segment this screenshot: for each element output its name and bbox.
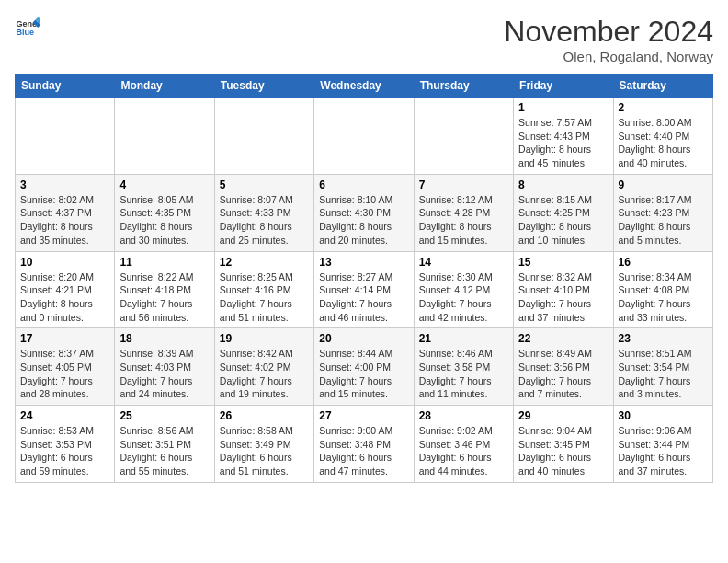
calendar-cell: 9Sunrise: 8:17 AM Sunset: 4:23 PM Daylig… bbox=[613, 174, 712, 251]
calendar-cell bbox=[314, 98, 414, 175]
day-number: 12 bbox=[220, 256, 309, 269]
day-info: Sunrise: 8:32 AM Sunset: 4:10 PM Dayligh… bbox=[518, 270, 608, 325]
calendar-cell: 25Sunrise: 8:56 AM Sunset: 3:51 PM Dayli… bbox=[115, 406, 214, 483]
day-number: 5 bbox=[220, 178, 309, 191]
calendar-cell: 11Sunrise: 8:22 AM Sunset: 4:18 PM Dayli… bbox=[115, 251, 214, 328]
day-info: Sunrise: 9:00 AM Sunset: 3:48 PM Dayligh… bbox=[319, 424, 408, 478]
day-info: Sunrise: 8:42 AM Sunset: 4:02 PM Dayligh… bbox=[220, 347, 309, 401]
day-number: 23 bbox=[619, 332, 708, 345]
calendar-cell: 6Sunrise: 8:10 AM Sunset: 4:30 PM Daylig… bbox=[314, 174, 414, 251]
day-info: Sunrise: 8:05 AM Sunset: 4:35 PM Dayligh… bbox=[119, 193, 209, 247]
logo-icon: General Blue bbox=[15, 15, 40, 40]
day-number: 10 bbox=[20, 256, 109, 269]
day-info: Sunrise: 8:17 AM Sunset: 4:23 PM Dayligh… bbox=[619, 193, 708, 247]
weekday-header-monday: Monday bbox=[115, 75, 214, 98]
title-area: November 2024 Olen, Rogaland, Norway bbox=[504, 15, 713, 64]
day-number: 16 bbox=[619, 256, 708, 269]
calendar-cell: 23Sunrise: 8:51 AM Sunset: 3:54 PM Dayli… bbox=[613, 328, 712, 406]
calendar-cell: 8Sunrise: 8:15 AM Sunset: 4:25 PM Daylig… bbox=[514, 174, 613, 251]
day-number: 29 bbox=[518, 409, 608, 422]
calendar-cell: 28Sunrise: 9:02 AM Sunset: 3:46 PM Dayli… bbox=[414, 406, 513, 483]
month-title: November 2024 bbox=[504, 15, 713, 49]
calendar-cell: 1Sunrise: 7:57 AM Sunset: 4:43 PM Daylig… bbox=[514, 98, 613, 175]
weekday-header-wednesday: Wednesday bbox=[314, 75, 414, 98]
page-header: General Blue November 2024 Olen, Rogalan… bbox=[15, 15, 713, 64]
weekday-header-thursday: Thursday bbox=[414, 75, 513, 98]
day-info: Sunrise: 8:15 AM Sunset: 4:25 PM Dayligh… bbox=[518, 193, 608, 247]
calendar-cell: 21Sunrise: 8:46 AM Sunset: 3:58 PM Dayli… bbox=[414, 328, 513, 406]
calendar-week-row: 24Sunrise: 8:53 AM Sunset: 3:53 PM Dayli… bbox=[16, 406, 713, 483]
calendar-cell: 16Sunrise: 8:34 AM Sunset: 4:08 PM Dayli… bbox=[613, 251, 712, 328]
day-info: Sunrise: 9:04 AM Sunset: 3:45 PM Dayligh… bbox=[518, 424, 608, 478]
day-info: Sunrise: 8:49 AM Sunset: 3:56 PM Dayligh… bbox=[518, 347, 608, 401]
weekday-header-friday: Friday bbox=[514, 75, 613, 98]
calendar-week-row: 17Sunrise: 8:37 AM Sunset: 4:05 PM Dayli… bbox=[16, 328, 713, 406]
calendar-cell: 15Sunrise: 8:32 AM Sunset: 4:10 PM Dayli… bbox=[514, 251, 613, 328]
day-info: Sunrise: 8:51 AM Sunset: 3:54 PM Dayligh… bbox=[619, 347, 708, 401]
calendar-cell: 29Sunrise: 9:04 AM Sunset: 3:45 PM Dayli… bbox=[514, 406, 613, 483]
day-info: Sunrise: 8:34 AM Sunset: 4:08 PM Dayligh… bbox=[619, 270, 708, 325]
day-info: Sunrise: 8:20 AM Sunset: 4:21 PM Dayligh… bbox=[20, 270, 109, 325]
location: Olen, Rogaland, Norway bbox=[504, 49, 713, 64]
calendar-cell: 20Sunrise: 8:44 AM Sunset: 4:00 PM Dayli… bbox=[314, 328, 414, 406]
calendar-cell: 22Sunrise: 8:49 AM Sunset: 3:56 PM Dayli… bbox=[514, 328, 613, 406]
day-info: Sunrise: 8:00 AM Sunset: 4:40 PM Dayligh… bbox=[619, 116, 708, 170]
day-number: 20 bbox=[319, 332, 408, 345]
day-info: Sunrise: 8:37 AM Sunset: 4:05 PM Dayligh… bbox=[20, 347, 109, 401]
day-info: Sunrise: 8:02 AM Sunset: 4:37 PM Dayligh… bbox=[20, 193, 109, 247]
day-number: 19 bbox=[220, 332, 309, 345]
calendar-cell: 12Sunrise: 8:25 AM Sunset: 4:16 PM Dayli… bbox=[214, 251, 313, 328]
weekday-header-saturday: Saturday bbox=[613, 75, 712, 98]
day-info: Sunrise: 8:56 AM Sunset: 3:51 PM Dayligh… bbox=[119, 424, 209, 478]
calendar-week-row: 10Sunrise: 8:20 AM Sunset: 4:21 PM Dayli… bbox=[16, 251, 713, 328]
calendar-cell: 27Sunrise: 9:00 AM Sunset: 3:48 PM Dayli… bbox=[314, 406, 414, 483]
logo: General Blue bbox=[15, 15, 40, 40]
day-number: 25 bbox=[119, 409, 209, 422]
calendar-cell: 3Sunrise: 8:02 AM Sunset: 4:37 PM Daylig… bbox=[16, 174, 115, 251]
day-number: 9 bbox=[619, 178, 708, 191]
day-info: Sunrise: 8:39 AM Sunset: 4:03 PM Dayligh… bbox=[119, 347, 209, 401]
day-number: 3 bbox=[20, 178, 109, 191]
calendar-table: SundayMondayTuesdayWednesdayThursdayFrid… bbox=[15, 74, 713, 483]
day-info: Sunrise: 8:07 AM Sunset: 4:33 PM Dayligh… bbox=[220, 193, 309, 247]
day-number: 1 bbox=[518, 101, 608, 114]
day-number: 13 bbox=[319, 256, 408, 269]
day-number: 4 bbox=[119, 178, 209, 191]
day-info: Sunrise: 8:12 AM Sunset: 4:28 PM Dayligh… bbox=[419, 193, 508, 247]
day-info: Sunrise: 9:06 AM Sunset: 3:44 PM Dayligh… bbox=[619, 424, 708, 478]
calendar-week-row: 3Sunrise: 8:02 AM Sunset: 4:37 PM Daylig… bbox=[16, 174, 713, 251]
calendar-cell: 7Sunrise: 8:12 AM Sunset: 4:28 PM Daylig… bbox=[414, 174, 513, 251]
day-info: Sunrise: 8:30 AM Sunset: 4:12 PM Dayligh… bbox=[419, 270, 508, 325]
calendar-cell: 18Sunrise: 8:39 AM Sunset: 4:03 PM Dayli… bbox=[115, 328, 214, 406]
calendar-cell: 2Sunrise: 8:00 AM Sunset: 4:40 PM Daylig… bbox=[613, 98, 712, 175]
day-info: Sunrise: 8:10 AM Sunset: 4:30 PM Dayligh… bbox=[319, 193, 408, 247]
day-number: 15 bbox=[518, 256, 608, 269]
day-info: Sunrise: 8:27 AM Sunset: 4:14 PM Dayligh… bbox=[319, 270, 408, 325]
day-number: 2 bbox=[619, 101, 708, 114]
day-info: Sunrise: 8:46 AM Sunset: 3:58 PM Dayligh… bbox=[419, 347, 508, 401]
day-number: 28 bbox=[419, 409, 508, 422]
day-number: 14 bbox=[419, 256, 508, 269]
calendar-cell: 10Sunrise: 8:20 AM Sunset: 4:21 PM Dayli… bbox=[16, 251, 115, 328]
calendar-cell bbox=[16, 98, 115, 175]
day-number: 22 bbox=[518, 332, 608, 345]
weekday-header-row: SundayMondayTuesdayWednesdayThursdayFrid… bbox=[16, 75, 713, 98]
calendar-week-row: 1Sunrise: 7:57 AM Sunset: 4:43 PM Daylig… bbox=[16, 98, 713, 175]
day-number: 30 bbox=[619, 409, 708, 422]
day-info: Sunrise: 9:02 AM Sunset: 3:46 PM Dayligh… bbox=[419, 424, 508, 478]
day-number: 11 bbox=[119, 256, 209, 269]
weekday-header-tuesday: Tuesday bbox=[214, 75, 313, 98]
day-number: 21 bbox=[419, 332, 508, 345]
calendar-cell: 4Sunrise: 8:05 AM Sunset: 4:35 PM Daylig… bbox=[115, 174, 214, 251]
calendar-cell bbox=[414, 98, 513, 175]
svg-text:Blue: Blue bbox=[16, 28, 34, 37]
calendar-cell: 13Sunrise: 8:27 AM Sunset: 4:14 PM Dayli… bbox=[314, 251, 414, 328]
calendar-cell bbox=[214, 98, 313, 175]
calendar-cell: 30Sunrise: 9:06 AM Sunset: 3:44 PM Dayli… bbox=[613, 406, 712, 483]
day-info: Sunrise: 8:25 AM Sunset: 4:16 PM Dayligh… bbox=[220, 270, 309, 325]
calendar-cell bbox=[115, 98, 214, 175]
day-info: Sunrise: 8:22 AM Sunset: 4:18 PM Dayligh… bbox=[119, 270, 209, 325]
day-number: 8 bbox=[518, 178, 608, 191]
calendar-cell: 26Sunrise: 8:58 AM Sunset: 3:49 PM Dayli… bbox=[214, 406, 313, 483]
day-number: 18 bbox=[119, 332, 209, 345]
